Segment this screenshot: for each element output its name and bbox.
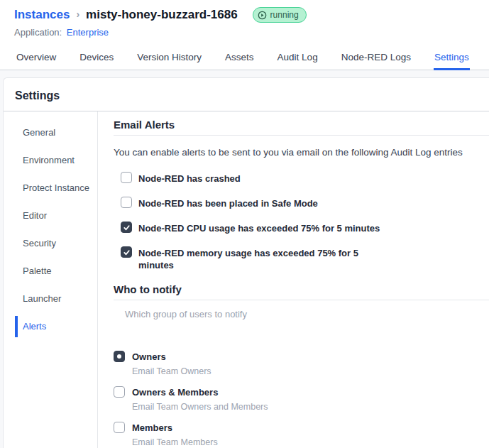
radio-label: Owners & Members	[132, 386, 268, 398]
sidebar-item-security[interactable]: Security	[4, 238, 97, 249]
settings-sidebar: General Environment Protect Instance Edi…	[4, 111, 98, 448]
checkbox-label: Node-RED memory usage has exceeded 75% f…	[138, 246, 394, 271]
email-alerts-heading: Email Alerts	[114, 119, 489, 131]
checkbox-unchecked-icon[interactable]	[121, 197, 132, 208]
page-title: Settings	[15, 89, 478, 102]
radio-row-owners[interactable]: Owners Email Team Owners	[114, 351, 489, 376]
sidebar-item-environment[interactable]: Environment	[4, 155, 97, 166]
tab-node-red-logs[interactable]: Node-RED Logs	[341, 48, 412, 70]
sidebar-item-palette[interactable]: Palette	[4, 266, 97, 277]
page-header: Instances › misty-honey-buzzard-1686 run…	[0, 0, 489, 38]
breadcrumb: Instances › misty-honey-buzzard-1686 run…	[14, 7, 475, 23]
instance-tabs: Overview Devices Version History Assets …	[0, 48, 489, 70]
who-to-notify-hint: Which group of users to notify	[125, 309, 489, 319]
checkbox-label: Node-RED CPU usage has exceeded 75% for …	[138, 222, 380, 234]
radio-row-members[interactable]: Members Email Team Members	[114, 422, 489, 447]
email-alerts-options: Node-RED has crashed Node-RED has been p…	[114, 172, 489, 271]
checkbox-label: Node-RED has been placed in Safe Mode	[138, 197, 318, 209]
instance-name: misty-honey-buzzard-1686	[86, 8, 238, 22]
radio-unselected-icon[interactable]	[114, 422, 125, 433]
checkbox-row-cpu[interactable]: Node-RED CPU usage has exceeded 75% for …	[121, 222, 489, 234]
radio-unselected-icon[interactable]	[114, 386, 125, 398]
radio-row-owners-members[interactable]: Owners & Members Email Team Owners and M…	[114, 386, 489, 412]
email-alerts-description: You can enable alerts to be sent to you …	[114, 147, 489, 158]
sidebar-item-editor[interactable]: Editor	[4, 210, 97, 222]
sidebar-item-protect-instance[interactable]: Protect Instance	[4, 182, 97, 194]
application-row: Application: Enterprise	[14, 27, 475, 38]
tab-version-history[interactable]: Version History	[136, 48, 202, 70]
checkbox-row-safe-mode[interactable]: Node-RED has been placed in Safe Mode	[121, 197, 489, 209]
radio-description: Email Team Owners and Members	[132, 402, 268, 412]
tab-devices[interactable]: Devices	[79, 48, 114, 70]
notify-group-options: Owners Email Team Owners Owners & Member…	[114, 351, 489, 447]
checkbox-label: Node-RED has crashed	[138, 172, 241, 185]
breadcrumb-chevron-icon: ›	[76, 9, 79, 20]
status-badge-label: running	[270, 9, 299, 21]
checkbox-row-crashed[interactable]: Node-RED has crashed	[121, 172, 489, 185]
checkbox-checked-icon[interactable]	[121, 246, 132, 258]
tab-audit-log[interactable]: Audit Log	[277, 48, 319, 70]
who-to-notify-divider	[114, 300, 489, 300]
checkbox-checked-icon[interactable]	[121, 222, 132, 233]
checkbox-row-memory[interactable]: Node-RED memory usage has exceeded 75% f…	[121, 246, 489, 271]
email-alerts-divider	[114, 135, 489, 136]
application-link[interactable]: Enterprise	[67, 27, 109, 38]
sidebar-item-alerts[interactable]: Alerts	[4, 321, 97, 332]
radio-selected-icon[interactable]	[114, 351, 125, 362]
play-circle-icon	[258, 11, 267, 20]
settings-body: General Environment Protect Instance Edi…	[4, 111, 489, 448]
who-to-notify-heading: Who to notify	[114, 283, 489, 295]
status-badge: running	[253, 7, 307, 23]
alerts-settings-pane: Email Alerts You can enable alerts to be…	[98, 111, 489, 448]
radio-description: Email Team Members	[132, 437, 218, 447]
radio-description: Email Team Owners	[132, 366, 211, 376]
application-label: Application:	[14, 27, 62, 38]
radio-label: Members	[132, 422, 218, 434]
checkbox-unchecked-icon[interactable]	[121, 172, 132, 183]
sidebar-item-launcher[interactable]: Launcher	[4, 293, 97, 305]
content-background: Settings General Environment Protect Ins…	[0, 70, 489, 448]
radio-label: Owners	[132, 351, 211, 363]
settings-card: Settings General Environment Protect Ins…	[3, 77, 489, 448]
tab-assets[interactable]: Assets	[224, 48, 255, 70]
tab-overview[interactable]: Overview	[16, 48, 57, 70]
breadcrumb-instances-link[interactable]: Instances	[14, 8, 70, 22]
tab-settings[interactable]: Settings	[434, 48, 470, 70]
sidebar-item-general[interactable]: General	[4, 127, 97, 138]
